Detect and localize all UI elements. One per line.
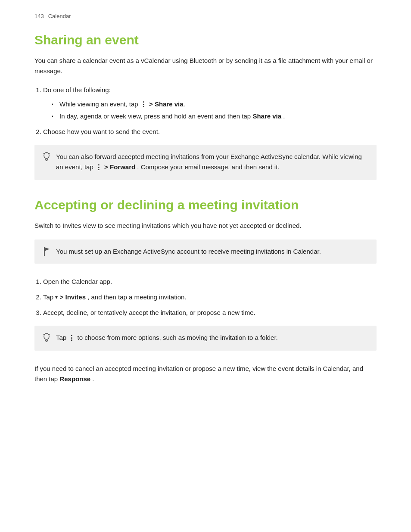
page-number: 143 <box>34 13 44 19</box>
section2-step1: Open the Calendar app. <box>43 277 377 287</box>
menu-dots-icon3: ⋮ <box>68 333 75 344</box>
dropdown-arrow-icon: ▾ <box>55 293 58 302</box>
bullet1-item: While viewing an event, tap ⋮ > Share vi… <box>52 99 377 111</box>
tip-box-2: Tap ⋮ to choose from more options, such … <box>34 326 377 351</box>
tip-box-1: You can also forward accepted meeting in… <box>34 145 377 180</box>
section2-step2: Tap ▾ > Invites , and then tap a meeting… <box>43 292 377 302</box>
outro-bold: Response <box>59 375 90 383</box>
tip1-text: You can also forward accepted meeting in… <box>56 153 362 171</box>
page-header: 143 Calendar <box>34 13 377 19</box>
svg-point-0 <box>44 152 49 159</box>
step2-bold: > Invites <box>60 293 86 301</box>
svg-line-4 <box>44 153 44 154</box>
bullet2-text: In day, agenda or week view, press and h… <box>59 112 285 120</box>
flag-icon <box>41 246 52 257</box>
section1-steps: Do one of the following: While viewing a… <box>43 85 377 137</box>
svg-line-5 <box>49 153 50 154</box>
menu-dots-icon1: ⋮ <box>140 99 147 110</box>
bullet1-text: While viewing an event, tap ⋮ > Share vi… <box>59 100 185 108</box>
tip2-text: Tap ⋮ to choose from more options, such … <box>56 334 278 341</box>
svg-point-7 <box>44 333 49 339</box>
flag-box: You must set up an Exchange ActiveSync a… <box>34 240 377 264</box>
svg-line-11 <box>44 334 44 335</box>
section1-step2: Choose how you want to send the event. <box>43 127 377 137</box>
flag-box-text: You must set up an Exchange ActiveSync a… <box>56 248 321 255</box>
lightbulb-icon-2 <box>41 333 52 343</box>
bullet2-bold: Share via <box>252 112 281 120</box>
section2-step3: Accept, decline, or tentatively accept t… <box>43 308 377 318</box>
bullet1-bold: > Share via <box>149 100 184 108</box>
section1-title: Sharing an event <box>34 32 377 48</box>
tip1-bold: > Forward <box>104 163 135 171</box>
section2-intro: Switch to Invites view to see meeting in… <box>34 221 377 231</box>
menu-dots-icon2: ⋮ <box>95 162 103 173</box>
page-container: 143 Calendar Sharing an event You can sh… <box>0 0 411 532</box>
bullet2-item: In day, agenda or week view, press and h… <box>52 111 377 122</box>
section2-outro: If you need to cancel an accepted meetin… <box>34 364 377 384</box>
section1-intro: You can share a calendar event as a vCal… <box>34 56 377 76</box>
page-chapter: Calendar <box>48 13 71 19</box>
svg-line-12 <box>49 334 50 335</box>
section1-bullets: While viewing an event, tap ⋮ > Share vi… <box>52 99 377 121</box>
section1-step1: Do one of the following: While viewing a… <box>43 85 377 121</box>
section2-steps: Open the Calendar app. Tap ▾ > Invites ,… <box>43 277 377 318</box>
section2-title: Accepting or declining a meeting invitat… <box>34 197 377 213</box>
lightbulb-icon-1 <box>41 152 52 162</box>
step1-label: Do one of the following: <box>43 86 111 93</box>
